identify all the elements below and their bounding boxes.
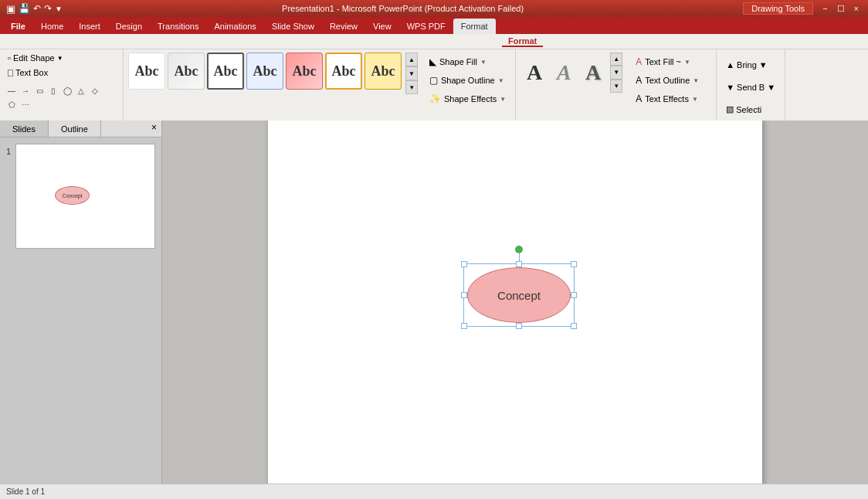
text-effects-button[interactable]: A Text Effects ▼ (631, 90, 704, 108)
send-arrow: ▼ (767, 83, 775, 92)
bring-icon: ▲ (726, 60, 734, 70)
text-effects-icon: A (636, 93, 642, 104)
ribbon-context-header: Format (0, 34, 868, 49)
tab-format[interactable]: Format (453, 19, 496, 34)
shape-effects-button[interactable]: ✨ Shape Effects ▼ (425, 90, 510, 108)
shape-arrow[interactable]: → (19, 83, 32, 97)
handle-top-right[interactable] (571, 261, 577, 267)
mini-ellipse: Concept (55, 186, 90, 205)
text-box-button[interactable]: ⎕ Text Box (5, 67, 51, 78)
outline-tab[interactable]: Outline (49, 121, 101, 137)
wordart-scroll-up[interactable]: ▲ (610, 53, 622, 66)
tab-view[interactable]: View (365, 19, 399, 34)
canvas-area[interactable]: Concept (162, 121, 868, 484)
status-bar: Slide 1 of 1 (0, 484, 868, 499)
wordart-scroll-down[interactable]: ▼ (610, 66, 622, 79)
close-btn[interactable]: × (851, 4, 862, 14)
text-outline-button[interactable]: A Text Outline ▼ (631, 71, 704, 90)
style-preset-5[interactable]: Abc (286, 53, 323, 90)
title-bar: ▣ 💾 ↶ ↷ ▼ Presentation1 - Microsoft Powe… (0, 0, 868, 17)
quick-access-toolbar: ▣ 💾 ↶ ↷ ▼ (6, 3, 63, 15)
handle-top-left[interactable] (461, 261, 467, 267)
text-effects-arrow: ▼ (692, 96, 698, 103)
edit-shape-icon: ▫ (8, 53, 11, 63)
shape-diamond[interactable]: ◇ (88, 83, 102, 97)
style-scroll-down[interactable]: ▼ (405, 66, 418, 80)
send-backward-button[interactable]: ▼ Send B ▼ (721, 77, 780, 97)
shape-rect[interactable]: ▭ (32, 83, 46, 97)
shape-line[interactable]: ― (5, 83, 19, 97)
selection-icon: ▧ (726, 104, 734, 114)
concept-text[interactable]: Concept (467, 267, 571, 323)
shape-outline-arrow: ▼ (498, 77, 504, 84)
sidebar-tabs: Slides Outline × (0, 121, 161, 137)
tab-design[interactable]: Design (108, 19, 150, 34)
tab-review[interactable]: Review (322, 19, 365, 34)
rotate-handle[interactable] (515, 246, 523, 253)
shape-effects-icon: ✨ (429, 93, 441, 104)
shape-fill-arrow: ▼ (480, 59, 487, 66)
tab-insert[interactable]: Insert (71, 19, 108, 34)
slide-canvas[interactable]: Concept (268, 121, 762, 484)
undo-icon[interactable]: ↶ (33, 3, 41, 14)
tab-slideshow[interactable]: Slide Show (264, 19, 322, 34)
redo-icon[interactable]: ↷ (44, 3, 52, 14)
text-fill-icon: A (636, 56, 642, 67)
handle-middle-right[interactable] (571, 292, 577, 298)
shape-oval[interactable]: ◯ (60, 83, 74, 97)
format-context-label: Format (502, 36, 543, 47)
style-scroll-up[interactable]: ▲ (405, 53, 418, 66)
handle-bottom-left[interactable] (461, 323, 467, 329)
bring-forward-button[interactable]: ▲ Bring ▼ (721, 55, 771, 75)
handle-bottom-middle[interactable] (516, 323, 522, 329)
shape-more[interactable]: ⋯ (19, 97, 32, 111)
handle-top-middle[interactable] (516, 261, 522, 267)
text-outline-arrow: ▼ (693, 77, 699, 84)
customize-icon[interactable]: ▼ (55, 5, 63, 13)
shape-triangle[interactable]: △ (74, 83, 88, 97)
tab-transitions[interactable]: Transitions (150, 19, 206, 34)
shape-outline-icon: ▢ (429, 75, 438, 86)
shape-outline-button[interactable]: ▢ Shape Outline ▼ (425, 71, 510, 90)
edit-shape-button[interactable]: ▫ Edit Shape ▼ (5, 53, 66, 63)
maximize-btn[interactable]: ☐ (834, 4, 848, 14)
tab-wpspdf[interactable]: WPS PDF (399, 19, 453, 34)
send-icon: ▼ (726, 83, 734, 92)
style-preset-4[interactable]: Abc (246, 53, 283, 90)
tab-home[interactable]: Home (33, 19, 71, 34)
style-preset-2[interactable]: Abc (168, 53, 205, 90)
selection-pane-button[interactable]: ▧ Selecti (721, 100, 766, 120)
sidebar: Slides Outline × 1 Concept (0, 121, 162, 499)
handle-bottom-right[interactable] (571, 323, 577, 329)
slide-panel: 1 Concept (0, 137, 161, 499)
concept-shape[interactable]: Concept (467, 267, 571, 323)
style-preset-6[interactable]: Abc (325, 53, 362, 90)
text-fill-button[interactable]: A Text Fill ~ ▼ (631, 53, 704, 71)
style-scroll-more[interactable]: ▾ (405, 80, 418, 94)
tab-animations[interactable]: Animations (206, 19, 263, 34)
shape-rounded-rect[interactable]: ▯ (46, 83, 60, 97)
handle-middle-left[interactable] (461, 292, 467, 298)
wordart-sample-2[interactable]: A (550, 53, 578, 93)
shape-effects-arrow: ▼ (500, 96, 506, 103)
wordart-sample-3[interactable]: A (579, 53, 607, 93)
shape-fill-icon: ◣ (429, 56, 436, 67)
shape-pentagon[interactable]: ⬠ (5, 97, 19, 111)
sidebar-close-btn[interactable]: × (147, 121, 161, 137)
save-icon[interactable]: 💾 (19, 3, 30, 14)
wordart-sample-1[interactable]: A (520, 53, 548, 93)
style-preset-3[interactable]: Abc (207, 53, 244, 90)
shape-fill-button[interactable]: ◣ Shape Fill ▼ (425, 53, 510, 71)
slides-tab[interactable]: Slides (0, 121, 49, 137)
style-preset-1[interactable]: Abc (128, 53, 165, 90)
style-preset-7[interactable]: Abc (364, 53, 402, 90)
tabs-bar: File Home Insert Design Transitions Anim… (0, 17, 868, 34)
window-title: Presentation1 - Microsoft PowerPoint (Pr… (63, 4, 743, 13)
slide-number-1: 1 (6, 147, 11, 156)
minimize-btn[interactable]: − (819, 4, 830, 14)
dropdown-arrow-edit: ▼ (57, 55, 63, 62)
wordart-scroll-more[interactable]: ▾ (610, 80, 622, 93)
tab-file[interactable]: File (3, 19, 33, 34)
text-box-icon: ⎕ (8, 68, 13, 77)
slide-thumbnail-1[interactable]: Concept (15, 144, 155, 249)
